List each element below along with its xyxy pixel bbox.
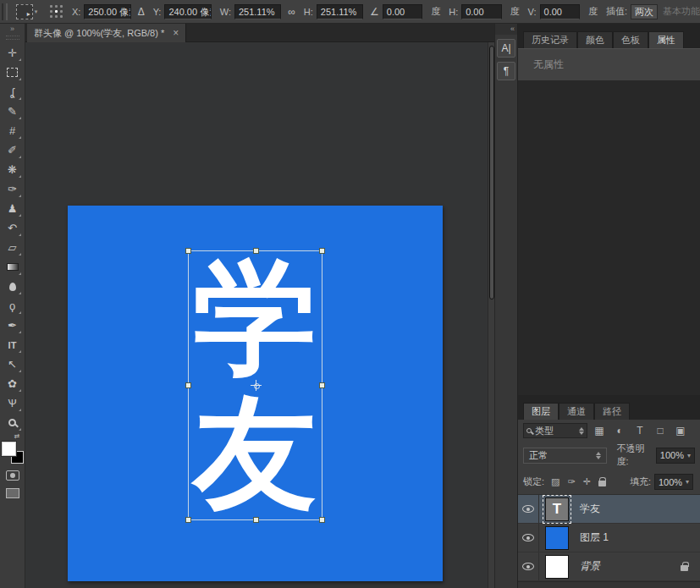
lock-position-icon[interactable]: ✛	[583, 476, 591, 487]
transform-handle-middle-left[interactable]	[185, 382, 191, 388]
lasso-tool[interactable]: ʆ	[3, 82, 23, 102]
layer-row-color[interactable]: 图层 1	[518, 524, 700, 552]
ref-dot[interactable]	[50, 15, 52, 18]
maintain-aspect-ratio-link-icon[interactable]: ∞	[288, 6, 295, 18]
ref-dot-center[interactable]	[55, 10, 58, 13]
ref-dot[interactable]	[55, 5, 58, 8]
tab-layers[interactable]: 图层	[523, 403, 559, 420]
reference-point-locator[interactable]	[49, 4, 63, 19]
swap-colors-icon[interactable]: ⇄	[5, 432, 20, 441]
rotation-input[interactable]: 0.00	[383, 4, 422, 19]
transform-handle-bottom-right[interactable]	[319, 517, 325, 523]
ref-dot[interactable]	[50, 5, 52, 8]
opacity-input[interactable]: 100% ▾	[656, 448, 695, 464]
filter-pixel-layers-button[interactable]: ▦	[591, 423, 608, 438]
y-input[interactable]: 240.00 像素	[164, 4, 211, 19]
eyedropper-tool[interactable]: ✐	[3, 140, 23, 160]
eye-icon[interactable]	[522, 534, 534, 541]
ref-dot[interactable]	[50, 10, 52, 13]
hand-tool[interactable]: Ѱ	[3, 393, 23, 413]
visibility-cell[interactable]	[518, 524, 539, 552]
text-layer-thumbnail[interactable]: T	[545, 497, 569, 521]
tab-swatches[interactable]: 色板	[613, 31, 648, 48]
gradient-tool[interactable]	[3, 257, 23, 277]
tab-history[interactable]: 历史记录	[523, 31, 577, 48]
document-tab[interactable]: 群头像 @ 100%(学友, RGB/8) * ×	[27, 24, 186, 42]
visibility-cell[interactable]	[518, 552, 539, 580]
layer-name[interactable]: 背景	[580, 559, 600, 574]
transform-tool-icon[interactable]: ▸	[16, 4, 33, 19]
transform-handle-top-left[interactable]	[185, 248, 191, 254]
quick-selection-tool[interactable]: ✎	[3, 102, 23, 121]
width-input[interactable]: 251.11%	[234, 4, 281, 19]
tab-channels[interactable]: 通道	[559, 403, 594, 420]
interpolation-select[interactable]: 两次	[631, 4, 658, 19]
eraser-tool[interactable]: ▱	[3, 238, 23, 257]
transform-handle-top-right[interactable]	[319, 248, 325, 254]
ref-dot[interactable]	[55, 15, 58, 18]
brush-tool[interactable]: ✑	[3, 179, 23, 199]
screen-mode-button[interactable]	[6, 488, 19, 498]
blend-mode-select[interactable]: 正常	[523, 448, 607, 464]
toolbar-grip[interactable]	[6, 36, 19, 40]
ref-dot[interactable]	[60, 5, 63, 8]
hskew-input[interactable]: 0.00	[461, 4, 501, 19]
eye-icon[interactable]	[522, 505, 534, 513]
close-tab-icon[interactable]: ×	[173, 27, 179, 39]
transform-bounding-box[interactable]	[188, 250, 322, 520]
lock-image-pixels-icon[interactable]: ✑	[567, 476, 575, 487]
crop-tool[interactable]: #	[3, 121, 23, 140]
filter-smart-objects-button[interactable]: ▣	[672, 423, 689, 438]
layer-name[interactable]: 图层 1	[580, 530, 609, 545]
foreground-color-swatch[interactable]	[2, 442, 16, 456]
opacity-dropdown-icon[interactable]: ▾	[687, 452, 691, 459]
custom-shape-tool[interactable]: ✿	[3, 374, 23, 393]
filter-adjustment-layers-button[interactable]: ◐	[611, 423, 628, 438]
ref-dot[interactable]	[60, 15, 63, 18]
lock-transparent-pixels-icon[interactable]: ▨	[551, 476, 559, 487]
document-scrollbar[interactable]	[488, 42, 494, 588]
transform-handle-bottom-left[interactable]	[185, 517, 191, 523]
dodge-tool[interactable]: ϙ	[3, 296, 23, 316]
layer-row-background[interactable]: 背景	[518, 552, 700, 581]
rectangular-marquee-tool[interactable]	[3, 63, 23, 82]
paragraph-panel-button[interactable]: ¶	[497, 62, 515, 80]
vskew-input[interactable]: 0.00	[540, 4, 580, 19]
toolbar-collapse-icon[interactable]: »	[10, 24, 14, 34]
transform-reference-point[interactable]	[252, 382, 260, 389]
transform-handle-middle-right[interactable]	[319, 382, 325, 388]
clone-stamp-tool[interactable]: ♟	[3, 199, 23, 218]
fill-dropdown-icon[interactable]: ▾	[686, 478, 689, 486]
tool-preset-caret-icon[interactable]: ▾	[35, 8, 38, 15]
character-panel-button[interactable]: A|	[497, 39, 515, 58]
blur-tool[interactable]	[3, 277, 23, 296]
fill-input[interactable]: 100% ▾	[654, 474, 693, 490]
path-selection-tool[interactable]: ↖	[3, 354, 23, 374]
filter-type-layers-button[interactable]: T	[631, 423, 648, 438]
layer-row-text[interactable]: T 学友	[518, 495, 700, 524]
x-input[interactable]: 250.00 像素	[84, 4, 130, 19]
tab-properties[interactable]: 属性	[648, 31, 684, 48]
workspace-switcher[interactable]: 基本功能	[663, 5, 700, 18]
relative-position-delta-icon[interactable]: Δ	[138, 6, 145, 18]
color-layer-thumbnail[interactable]	[545, 526, 569, 550]
expand-panels-icon[interactable]: «	[495, 24, 517, 35]
layer-name[interactable]: 学友	[580, 502, 600, 516]
height-input[interactable]: 251.11%	[317, 4, 363, 19]
transform-handle-top-middle[interactable]	[253, 248, 259, 254]
eye-icon[interactable]	[522, 563, 534, 570]
history-brush-tool[interactable]: ↶	[3, 218, 23, 238]
tab-paths[interactable]: 路径	[594, 403, 630, 420]
tab-color[interactable]: 颜色	[577, 31, 613, 48]
layer-filter-select[interactable]: 类型	[523, 423, 587, 438]
visibility-cell[interactable]	[518, 495, 539, 523]
lock-all-icon[interactable]	[598, 481, 606, 486]
options-bar-grip[interactable]	[2, 3, 8, 20]
quick-mask-button[interactable]	[6, 470, 19, 481]
transform-handle-bottom-middle[interactable]	[253, 517, 259, 523]
spot-healing-brush-tool[interactable]: ❋	[3, 160, 23, 179]
pen-tool[interactable]: ✒	[3, 316, 23, 335]
move-tool[interactable]: ✛	[3, 43, 23, 63]
type-tool[interactable]: IT	[3, 335, 23, 354]
ref-dot[interactable]	[60, 10, 63, 13]
